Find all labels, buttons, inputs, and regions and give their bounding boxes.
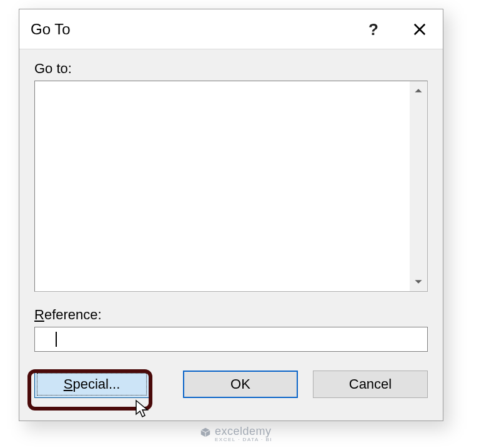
goto-dialog: Go To ? Go to: xyxy=(19,9,443,421)
cancel-button-label: Cancel xyxy=(349,376,392,392)
watermark-tagline: EXCEL · DATA · BI xyxy=(215,437,272,442)
chevron-down-icon xyxy=(414,277,423,286)
special-button[interactable]: Special... xyxy=(34,371,149,398)
watermark: exceldemy EXCEL · DATA · BI xyxy=(200,425,272,442)
goto-scrollbar[interactable] xyxy=(410,81,427,291)
chevron-up-icon xyxy=(414,86,423,95)
close-button[interactable] xyxy=(397,9,443,49)
goto-list-container xyxy=(34,81,428,292)
help-button[interactable]: ? xyxy=(350,9,397,49)
titlebar: Go To ? xyxy=(19,9,443,49)
ok-button[interactable]: OK xyxy=(183,371,298,398)
watermark-name: exceldemy xyxy=(215,425,272,438)
goto-label: Go to: xyxy=(34,61,428,77)
scroll-down-button[interactable] xyxy=(410,272,427,291)
text-caret xyxy=(56,332,57,347)
scroll-up-button[interactable] xyxy=(410,81,427,100)
cancel-button[interactable]: Cancel xyxy=(313,371,428,398)
watermark-logo-icon xyxy=(200,426,211,441)
ok-button-label: OK xyxy=(230,376,250,392)
dialog-title: Go To xyxy=(19,21,71,38)
close-icon xyxy=(413,22,427,36)
reference-input[interactable] xyxy=(34,327,428,352)
goto-listbox[interactable] xyxy=(35,81,410,291)
reference-label: Reference: xyxy=(34,307,428,323)
